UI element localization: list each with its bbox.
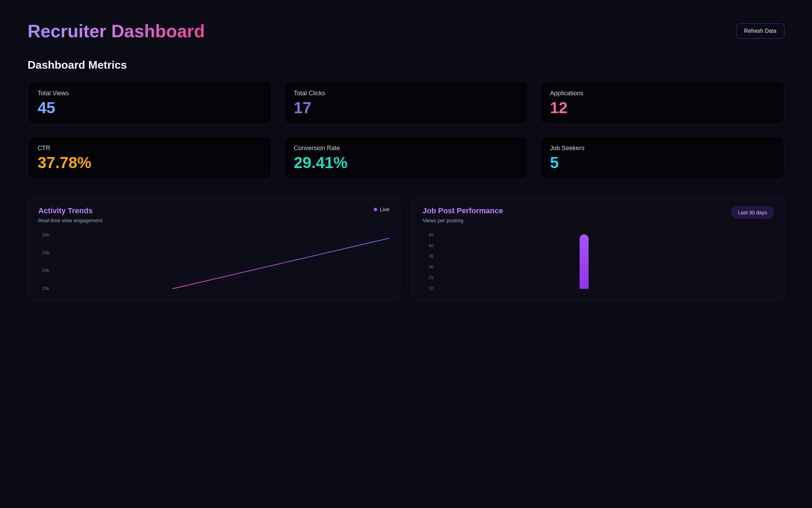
bar	[580, 234, 589, 289]
live-badge: Live	[374, 206, 390, 212]
y-tick: 25	[423, 275, 437, 280]
refresh-data-button[interactable]: Refresh Data	[736, 23, 784, 39]
line-chart-svg	[55, 234, 390, 289]
y-tick: 30k	[38, 232, 52, 237]
y-tick: 20k	[38, 268, 52, 273]
live-label: Live	[380, 206, 390, 212]
chart-activity-trends: Activity Trends Real-time view engagemen…	[28, 196, 400, 301]
metric-label: Total Views	[38, 90, 262, 97]
y-axis: 30k 25k 20k 15k	[38, 232, 52, 291]
live-dot-icon	[374, 208, 377, 211]
page-title: Recruiter Dashboard	[28, 21, 205, 41]
y-tick: 45	[423, 232, 437, 237]
chart-subtitle: Real-time view engagement	[38, 217, 102, 223]
range-badge[interactable]: Last 30 days	[731, 206, 774, 218]
metric-label: Conversion Rate	[294, 145, 518, 152]
metric-card-total-views: Total Views 45	[28, 81, 272, 124]
chart-title: Activity Trends	[38, 206, 102, 215]
y-axis: 45 40 35 30 25 20	[423, 232, 437, 291]
chart-subtitle: Views per posting	[423, 217, 503, 223]
y-tick: 30	[423, 264, 437, 270]
metric-label: Job Seekers	[550, 145, 774, 152]
section-title: Dashboard Metrics	[28, 59, 784, 71]
metric-value: 37.78%	[38, 155, 262, 170]
metric-card-job-seekers: Job Seekers 5	[540, 136, 784, 179]
metric-card-applications: Applications 12	[540, 81, 784, 124]
metric-card-conversion: Conversion Rate 29.41%	[284, 136, 528, 179]
metric-value: 45	[38, 100, 262, 116]
bar-plot-area	[439, 234, 774, 289]
metric-value: 5	[550, 155, 774, 170]
metric-label: Applications	[550, 90, 774, 97]
y-tick: 25k	[38, 250, 52, 255]
y-tick: 35	[423, 254, 437, 259]
chart-title: Job Post Performance	[423, 206, 503, 215]
metric-label: CTR	[38, 145, 262, 152]
metric-value: 29.41%	[294, 155, 518, 170]
metric-card-ctr: CTR 37.78%	[28, 136, 272, 179]
metric-card-total-clicks: Total Clicks 17	[284, 81, 528, 124]
metric-value: 17	[294, 100, 518, 116]
y-tick: 20	[423, 286, 437, 291]
y-tick: 15k	[38, 286, 52, 291]
chart-job-post-performance: Job Post Performance Views per posting L…	[412, 196, 785, 301]
metrics-grid: Total Views 45 Total Clicks 17 Applicati…	[28, 81, 784, 179]
line-plot-area	[55, 234, 390, 289]
y-tick: 40	[423, 243, 437, 248]
metric-value: 12	[550, 100, 774, 116]
metric-label: Total Clicks	[294, 90, 518, 97]
svg-line-0	[172, 238, 390, 289]
